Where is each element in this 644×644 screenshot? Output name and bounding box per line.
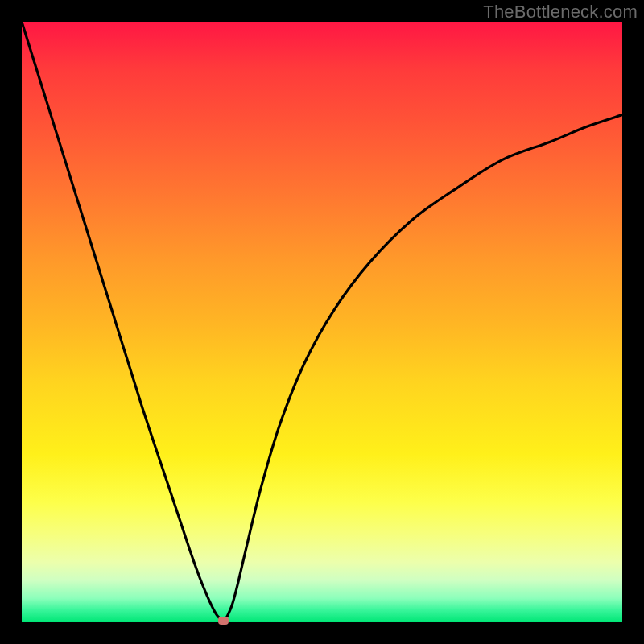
optimal-point-marker: [218, 617, 229, 625]
bottleneck-curve: [22, 22, 622, 622]
chart-frame: TheBottleneck.com: [0, 0, 644, 644]
watermark-text: TheBottleneck.com: [483, 2, 638, 23]
